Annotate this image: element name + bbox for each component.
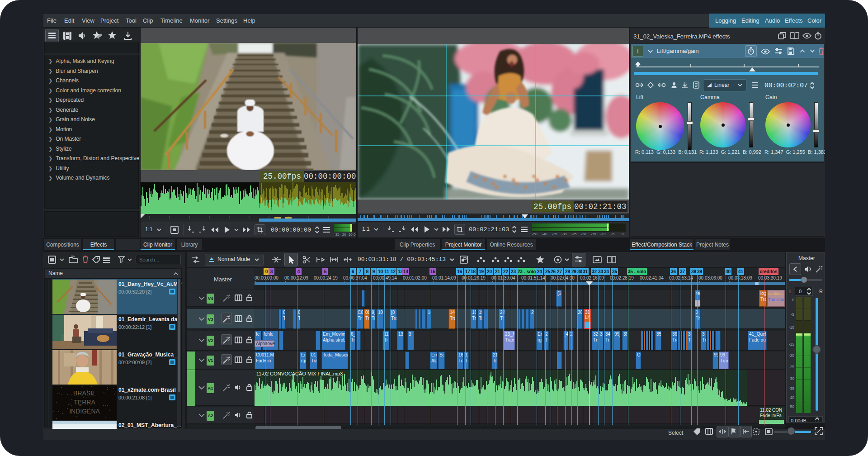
svg-text:INDIGENA: INDIGENA xyxy=(69,408,100,415)
svg-text:TERRA: TERRA xyxy=(74,399,95,406)
svg-text:BRASIL: BRASIL xyxy=(73,390,96,397)
